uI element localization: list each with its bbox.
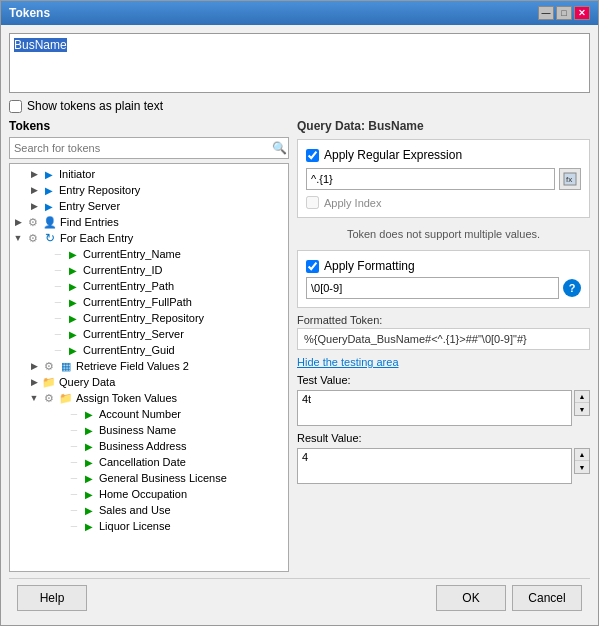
folder-icon: 📁 bbox=[59, 391, 73, 405]
tree-item-currententry-path[interactable]: ─ ▶ CurrentEntry_Path bbox=[12, 278, 286, 294]
tree-item-find-entries[interactable]: ▶ ⚙ 👤 Find Entries bbox=[12, 214, 286, 230]
svg-text:fx: fx bbox=[566, 175, 572, 184]
tree-item-currententry-server[interactable]: ─ ▶ CurrentEntry_Server bbox=[12, 326, 286, 342]
tree-item-query-data[interactable]: ▶ 📁 Query Data bbox=[12, 374, 286, 390]
tree-item-currententry-repository[interactable]: ─ ▶ CurrentEntry_Repository bbox=[12, 310, 286, 326]
test-value-text: 4t bbox=[302, 393, 311, 405]
tree-label: General Business License bbox=[99, 472, 227, 484]
tree-item-general-business[interactable]: ─ ▶ General Business License bbox=[12, 470, 286, 486]
tree-item-currententry-name[interactable]: ─ ▶ CurrentEntry_Name bbox=[12, 246, 286, 262]
ok-button[interactable]: OK bbox=[436, 585, 506, 611]
tree-label: Retrieve Field Values 2 bbox=[76, 360, 189, 372]
tree-item-sales-and-use[interactable]: ─ ▶ Sales and Use bbox=[12, 502, 286, 518]
green-arrow-icon: ▶ bbox=[82, 407, 96, 421]
apply-index-label: Apply Index bbox=[324, 197, 381, 209]
leaf-icon: ─ bbox=[68, 472, 80, 484]
search-input[interactable] bbox=[9, 137, 289, 159]
leaf-icon: ─ bbox=[52, 264, 64, 276]
help-icon[interactable]: ? bbox=[563, 279, 581, 297]
cancel-button[interactable]: Cancel bbox=[512, 585, 582, 611]
hide-testing-link[interactable]: Hide the testing area bbox=[297, 356, 590, 368]
expand-icon: ▶ bbox=[28, 360, 40, 372]
formatted-token-section: Formatted Token: %{QueryData_BusName#<^.… bbox=[297, 314, 590, 350]
left-panel: Tokens 🔍 ▶ ▶ Initiator ▶ bbox=[9, 119, 289, 572]
leaf-icon: ─ bbox=[68, 504, 80, 516]
apply-index-row: Apply Index bbox=[306, 196, 581, 209]
tree-label: CurrentEntry_Guid bbox=[83, 344, 175, 356]
apply-index-checkbox[interactable] bbox=[306, 196, 319, 209]
result-scroll: ▲ ▼ bbox=[574, 448, 590, 474]
tree-item-assign-token[interactable]: ▼ ⚙ 📁 Assign Token Values bbox=[12, 390, 286, 406]
formatting-input[interactable] bbox=[306, 277, 559, 299]
help-button[interactable]: Help bbox=[17, 585, 87, 611]
test-value-input[interactable]: 4t bbox=[297, 390, 572, 426]
tree-item-entry-repository[interactable]: ▶ ▶ Entry Repository bbox=[12, 182, 286, 198]
formatted-token-label: Formatted Token: bbox=[297, 314, 590, 326]
green-arrow-icon: ▶ bbox=[66, 247, 80, 261]
tree-item-account-number[interactable]: ─ ▶ Account Number bbox=[12, 406, 286, 422]
apply-regex-row: Apply Regular Expression bbox=[306, 148, 581, 162]
tree-item-currententry-fullpath[interactable]: ─ ▶ CurrentEntry_FullPath bbox=[12, 294, 286, 310]
scroll-up-button[interactable]: ▲ bbox=[575, 391, 589, 403]
result-scroll-up-button[interactable]: ▲ bbox=[575, 449, 589, 461]
tree-label: Assign Token Values bbox=[76, 392, 177, 404]
tree-label: Business Name bbox=[99, 424, 176, 436]
tree-item-initiator[interactable]: ▶ ▶ Initiator bbox=[12, 166, 286, 182]
apply-formatting-label: Apply Formatting bbox=[324, 259, 415, 273]
token-text-area[interactable]: BusName bbox=[9, 33, 590, 93]
test-scroll: ▲ ▼ bbox=[574, 390, 590, 416]
tree-item-retrieve-field[interactable]: ▶ ⚙ ▦ Retrieve Field Values 2 bbox=[12, 358, 286, 374]
tree-item-business-address[interactable]: ─ ▶ Business Address bbox=[12, 438, 286, 454]
tree-item-entry-server[interactable]: ▶ ▶ Entry Server bbox=[12, 198, 286, 214]
refresh-icon: ↻ bbox=[43, 231, 57, 245]
tree-label: CurrentEntry_Repository bbox=[83, 312, 204, 324]
green-arrow-icon: ▶ bbox=[66, 311, 80, 325]
expand-icon: ▶ bbox=[28, 200, 40, 212]
tree-label: Entry Repository bbox=[59, 184, 140, 196]
maximize-button[interactable]: □ bbox=[556, 6, 572, 20]
leaf-icon: ─ bbox=[68, 424, 80, 436]
test-area: Test Value: 4t ▲ ▼ Result Value: bbox=[297, 374, 590, 484]
tree-label: Query Data bbox=[59, 376, 115, 388]
expand-icon: ▶ bbox=[28, 376, 40, 388]
window-body: BusName Show tokens as plain text Tokens… bbox=[1, 25, 598, 625]
tree-item-home-occupation[interactable]: ─ ▶ Home Occupation bbox=[12, 486, 286, 502]
close-button[interactable]: ✕ bbox=[574, 6, 590, 20]
gear-icon: ⚙ bbox=[26, 231, 40, 245]
no-multiple-values-msg: Token does not support multiple values. bbox=[297, 224, 590, 244]
tree-item-cancellation-date[interactable]: ─ ▶ Cancellation Date bbox=[12, 454, 286, 470]
apply-regex-checkbox[interactable] bbox=[306, 149, 319, 162]
footer: Help OK Cancel bbox=[9, 578, 590, 617]
tree-item-for-each-entry[interactable]: ▼ ⚙ ↻ For Each Entry bbox=[12, 230, 286, 246]
minimize-button[interactable]: — bbox=[538, 6, 554, 20]
result-value-text: 4 bbox=[302, 451, 308, 463]
tree-label: Sales and Use bbox=[99, 504, 171, 516]
leaf-icon: ─ bbox=[52, 328, 64, 340]
right-panel: Query Data: BusName Apply Regular Expres… bbox=[297, 119, 590, 572]
test-value-label: Test Value: bbox=[297, 374, 590, 386]
tree-item-currententry-guid[interactable]: ─ ▶ CurrentEntry_Guid bbox=[12, 342, 286, 358]
regex-input[interactable] bbox=[306, 168, 555, 190]
arrow-icon: ▶ bbox=[42, 183, 56, 197]
tree-item-currententry-id[interactable]: ─ ▶ CurrentEntry_ID bbox=[12, 262, 286, 278]
green-arrow-icon: ▶ bbox=[66, 327, 80, 341]
regex-tool-button[interactable]: fx bbox=[559, 168, 581, 190]
tree-label: CurrentEntry_Path bbox=[83, 280, 174, 292]
apply-regex-label: Apply Regular Expression bbox=[324, 148, 462, 162]
main-content: Tokens 🔍 ▶ ▶ Initiator ▶ bbox=[9, 119, 590, 572]
query-data-label: Query Data: BusName bbox=[297, 119, 590, 133]
scroll-down-button[interactable]: ▼ bbox=[575, 403, 589, 415]
tree-container[interactable]: ▶ ▶ Initiator ▶ ▶ Entry Repository ▶ ▶ bbox=[9, 163, 289, 572]
tree-item-business-name[interactable]: ─ ▶ Business Name bbox=[12, 422, 286, 438]
footer-right: OK Cancel bbox=[436, 585, 582, 611]
result-scroll-down-button[interactable]: ▼ bbox=[575, 461, 589, 473]
window-title: Tokens bbox=[9, 6, 50, 20]
green-arrow-icon: ▶ bbox=[82, 503, 96, 517]
apply-formatting-checkbox[interactable] bbox=[306, 260, 319, 273]
tree-label: CurrentEntry_FullPath bbox=[83, 296, 192, 308]
show-plain-text-checkbox[interactable] bbox=[9, 100, 22, 113]
search-button[interactable]: 🔍 bbox=[272, 141, 287, 155]
tree-item-liquor-license[interactable]: ─ ▶ Liquor License bbox=[12, 518, 286, 534]
test-value-row: 4t ▲ ▼ bbox=[297, 390, 590, 426]
show-plain-text-row: Show tokens as plain text bbox=[9, 99, 590, 113]
